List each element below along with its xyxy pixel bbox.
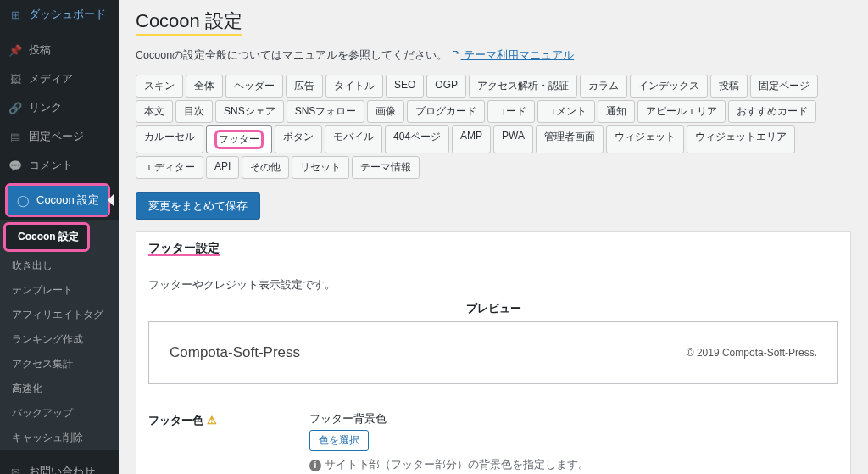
bg-color-hint: iサイト下部（フッター部分）の背景色を指定します。: [309, 458, 611, 472]
tab-PWA[interactable]: PWA: [493, 125, 533, 153]
tab-OGP[interactable]: OGP: [426, 75, 466, 98]
bg-color-picker-button[interactable]: 色を選択: [309, 430, 369, 451]
manual-link[interactable]: テーマ利用マニュアル: [451, 49, 574, 61]
submenu-template[interactable]: テンプレート: [0, 278, 119, 303]
preview-copyright: © 2019 Compota-Soft-Press.: [687, 347, 817, 359]
tab-アピールエリア[interactable]: アピールエリア: [637, 100, 726, 123]
page-title: Cocoon 設定: [136, 8, 242, 36]
comment-icon: 💬: [8, 159, 22, 172]
submenu-affiliate[interactable]: アフィリエイトタグ: [0, 303, 119, 327]
pin-icon: 📌: [8, 43, 22, 57]
footer-settings-panel: フッター設定 フッターやクレジット表示設定です。 プレビュー Compota-S…: [136, 231, 851, 474]
tab-インデックス[interactable]: インデックス: [630, 75, 708, 98]
tab-アクセス解析・認証[interactable]: アクセス解析・認証: [469, 75, 577, 98]
menu-media[interactable]: 🖾メディア: [0, 64, 119, 93]
tab-タイトル[interactable]: タイトル: [326, 75, 383, 98]
tab-エディター[interactable]: エディター: [136, 156, 203, 179]
tab-ブログカード[interactable]: ブログカード: [407, 100, 485, 123]
info-icon: i: [309, 460, 321, 471]
main-content: Cocoon 設定 Cocoonの設定全般についてはマニュアルを参照してください…: [119, 0, 868, 474]
tab-モバイル[interactable]: モバイル: [325, 125, 382, 153]
mail-icon: ✉: [8, 465, 22, 474]
tab-コメント[interactable]: コメント: [537, 100, 595, 123]
menu-cocoon-settings[interactable]: ◯Cocoon 設定: [8, 186, 108, 215]
tab-リセット[interactable]: リセット: [292, 156, 349, 179]
menu-comments[interactable]: 💬コメント: [0, 151, 119, 180]
tab-広告[interactable]: 広告: [286, 75, 323, 98]
admin-sidebar: ⊞ダッシュボード 📌投稿 🖾メディア 🔗リンク ▤固定ページ 💬コメント ◯Co…: [0, 0, 119, 474]
tab-おすすめカード[interactable]: おすすめカード: [728, 100, 816, 123]
save-all-button[interactable]: 変更をまとめて保存: [136, 192, 260, 220]
doc-icon: [451, 50, 461, 60]
tab-本文[interactable]: 本文: [136, 100, 173, 123]
tab-ウィジェットエリア[interactable]: ウィジェットエリア: [687, 125, 795, 153]
tab-目次[interactable]: 目次: [175, 100, 213, 123]
tab-フッター[interactable]: フッター: [206, 125, 272, 153]
tab-全体[interactable]: 全体: [186, 75, 223, 98]
submenu-speed[interactable]: 高速化: [0, 376, 119, 401]
tab-固定ページ[interactable]: 固定ページ: [750, 75, 818, 98]
tab-SEO[interactable]: SEO: [386, 75, 424, 98]
tab-404ページ[interactable]: 404ページ: [385, 125, 449, 153]
preview-site-title: Compota-Soft-Press: [170, 344, 300, 361]
tab-ウィジェット[interactable]: ウィジェット: [606, 125, 684, 153]
footer-preview-box: Compota-Soft-Press © 2019 Compota-Soft-P…: [148, 321, 838, 384]
bg-color-label: フッター背景色: [309, 411, 611, 427]
tab-カルーセル[interactable]: カルーセル: [136, 125, 203, 153]
menu-dashboard[interactable]: ⊞ダッシュボード: [0, 0, 119, 29]
tab-API[interactable]: API: [206, 156, 239, 179]
menu-links[interactable]: 🔗リンク: [0, 93, 119, 122]
footer-color-label: フッター色 ⚠: [148, 411, 309, 474]
dashboard-icon: ⊞: [8, 8, 22, 21]
tab-通知[interactable]: 通知: [598, 100, 635, 123]
submenu-access[interactable]: アクセス集計: [0, 352, 119, 376]
tab-管理者画面[interactable]: 管理者画面: [536, 125, 604, 153]
tab-その他[interactable]: その他: [242, 156, 289, 179]
submenu-cache[interactable]: キャッシュ削除: [0, 426, 119, 450]
tab-SNSフォロー[interactable]: SNSフォロー: [287, 100, 365, 123]
tab-ボタン[interactable]: ボタン: [275, 125, 322, 153]
settings-tabs: スキン全体ヘッダー広告タイトルSEOOGPアクセス解析・認証カラムインデックス投…: [136, 75, 851, 179]
tab-テーマ情報[interactable]: テーマ情報: [352, 156, 420, 179]
submenu-cocoon-settings[interactable]: Cocoon 設定: [6, 225, 87, 249]
link-icon: 🔗: [8, 101, 22, 114]
menu-pages[interactable]: ▤固定ページ: [0, 122, 119, 151]
tab-ヘッダー[interactable]: ヘッダー: [225, 75, 283, 98]
menu-posts[interactable]: 📌投稿: [0, 36, 119, 64]
submenu-speech[interactable]: 吹き出し: [0, 254, 119, 278]
panel-desc: フッターやクレジット表示設定です。: [148, 277, 838, 293]
tab-コード[interactable]: コード: [487, 100, 535, 123]
submenu-backup[interactable]: バックアップ: [0, 401, 119, 426]
page-description: Cocoonの設定全般についてはマニュアルを参照してください。 テーマ利用マニュ…: [136, 48, 851, 63]
tab-スキン[interactable]: スキン: [136, 75, 183, 98]
submenu-cocoon: Cocoon 設定 吹き出し テンプレート アフィリエイトタグ ランキング作成 …: [0, 220, 119, 450]
preview-label: プレビュー: [148, 301, 838, 316]
submenu-ranking[interactable]: ランキング作成: [0, 327, 119, 352]
tab-画像[interactable]: 画像: [367, 100, 404, 123]
menu-contact[interactable]: ✉お問い合わせ: [0, 457, 119, 474]
warning-icon: ⚠: [207, 414, 217, 427]
tab-カラム[interactable]: カラム: [580, 75, 627, 98]
tab-SNSシェア[interactable]: SNSシェア: [215, 100, 284, 123]
media-icon: 🖾: [8, 72, 22, 86]
tab-投稿[interactable]: 投稿: [710, 75, 748, 98]
tab-AMP[interactable]: AMP: [452, 125, 491, 153]
page-icon: ▤: [8, 130, 22, 143]
circle-icon: ◯: [16, 193, 30, 207]
panel-heading: フッター設定: [136, 232, 850, 265]
